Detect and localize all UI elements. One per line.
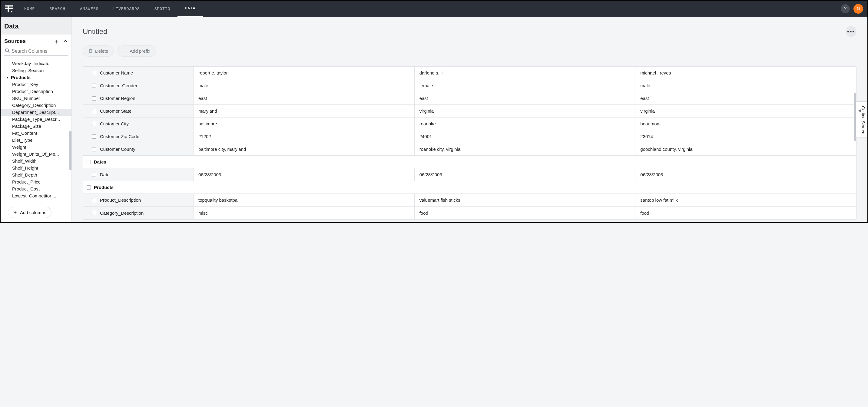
column-tree: Weekday_IndicatorSelling_Season▾Products…	[1, 58, 71, 204]
row-label: Date	[100, 172, 110, 177]
table-label-cell: Customer Zip Code	[83, 130, 193, 143]
nav-item-search[interactable]: SEARCH	[42, 1, 73, 17]
table-data-cell: male	[193, 79, 414, 92]
main-content: Untitled ••• Delete ＋ Add prefix	[72, 17, 867, 222]
collapse-sources-icon[interactable]	[63, 38, 68, 44]
sources-label: Sources	[4, 38, 26, 44]
table-label-cell: Date	[83, 168, 193, 181]
row-checkbox[interactable]	[92, 84, 96, 88]
search-icon	[5, 48, 10, 54]
section-checkbox[interactable]	[87, 185, 91, 190]
nav-item-home[interactable]: HOME	[17, 1, 42, 17]
plus-icon: ＋	[123, 48, 127, 54]
data-table: Customer Namerobert e. taylordarlene s. …	[83, 66, 857, 220]
table-row: Category_Descriptionmiscfoodfood	[83, 207, 856, 219]
tree-group-label: Products	[11, 75, 31, 80]
tree-item[interactable]: Department_Descript...	[1, 109, 71, 116]
chevron-left-icon: ◀	[858, 108, 861, 113]
tree-item[interactable]: Weekday_Indicator	[1, 60, 71, 67]
table-data-cell: baltimore city, maryland	[193, 143, 414, 155]
tree-item[interactable]: Category_Description	[1, 102, 71, 109]
table-data-cell: male	[636, 79, 856, 92]
row-checkbox[interactable]	[92, 134, 96, 139]
row-checkbox[interactable]	[92, 122, 96, 126]
tree-item[interactable]: Package_Size	[1, 123, 71, 130]
tree-item[interactable]: Shelf_Depth	[1, 171, 71, 178]
table-section-row: Products	[83, 181, 856, 194]
table-data-cell: michael . reyes	[636, 67, 856, 79]
table-scrollbar[interactable]	[854, 67, 856, 219]
nav-item-answers[interactable]: ANSWERS	[73, 1, 106, 17]
tree-item[interactable]: Weight	[1, 144, 71, 151]
row-checkbox[interactable]	[92, 71, 96, 75]
table-data-cell: darlene s. li	[414, 67, 636, 79]
table-data-cell: roanoke	[414, 118, 636, 130]
nav-item-data[interactable]: DATA	[178, 1, 203, 17]
tree-scrollbar[interactable]	[69, 58, 71, 204]
tree-item[interactable]: Shelf_Width	[1, 157, 71, 164]
add-columns-label: Add columns	[20, 210, 46, 215]
tree-item[interactable]: Product_Price	[1, 178, 71, 185]
nav-item-spotiq[interactable]: SPOTIQ	[147, 1, 178, 17]
column-search-input[interactable]	[11, 49, 72, 54]
row-checkbox[interactable]	[92, 109, 96, 113]
caret-down-icon: ▾	[7, 76, 10, 79]
row-label: Category_Description	[100, 211, 144, 216]
table-data-cell: east	[414, 92, 636, 104]
tree-item[interactable]: Weight_Units_Of_Me...	[1, 151, 71, 157]
avatar[interactable]: N	[854, 4, 863, 13]
section-checkbox[interactable]	[87, 160, 91, 164]
add-source-icon[interactable]: ＋	[53, 38, 59, 44]
row-checkbox[interactable]	[92, 173, 96, 177]
tree-item[interactable]: Lowest_Competitor_...	[1, 192, 71, 199]
table-row: Customer Countybaltimore city, marylandr…	[83, 143, 856, 156]
table-data-cell: 24001	[414, 130, 636, 143]
more-menu-button[interactable]: •••	[845, 26, 857, 37]
row-label: Customer State	[100, 108, 131, 114]
svg-rect-6	[89, 50, 92, 52]
tree-item[interactable]: Product_Key	[1, 81, 71, 88]
sidebar: Data Sources ＋ Weekday_IndicatorS	[1, 17, 72, 222]
plus-icon: ＋	[13, 210, 18, 215]
row-checkbox[interactable]	[92, 198, 96, 202]
tree-item[interactable]: SKU_Number	[1, 95, 71, 102]
tree-scrollbar-thumb[interactable]	[69, 131, 71, 170]
nav-item-liveboards[interactable]: LIVEBOARDS	[106, 1, 147, 17]
row-checkbox[interactable]	[92, 211, 96, 215]
row-checkbox[interactable]	[92, 96, 96, 100]
table-data-cell: virginia	[414, 105, 636, 117]
app-logo[interactable]	[1, 1, 17, 17]
table-data-cell: goochland county, virginia	[636, 143, 856, 155]
add-prefix-button[interactable]: ＋ Add prefix	[117, 45, 156, 57]
tree-item[interactable]: Package_Type_Descr...	[1, 116, 71, 123]
table-label-cell: Customer_Gender	[83, 79, 193, 92]
row-label: Customer City	[100, 121, 129, 126]
table-data-cell: virginia	[636, 105, 856, 117]
table-data-cell: east	[636, 92, 856, 104]
table-data-cell: 06/28/2003	[193, 168, 414, 181]
delete-button[interactable]: Delete	[83, 45, 114, 57]
table-row: Customer Citybaltimoreroanokebeaumont	[83, 118, 856, 130]
tree-item[interactable]: Selling_Season	[1, 67, 71, 74]
tree-item[interactable]: Shelf_Height	[1, 164, 71, 171]
row-checkbox[interactable]	[92, 147, 96, 151]
help-button[interactable]: ?	[841, 4, 850, 13]
table-label-cell: Customer Name	[83, 67, 193, 79]
add-columns-button[interactable]: ＋ Add columns	[8, 207, 52, 218]
row-label: Product_Description	[100, 197, 141, 202]
page-title[interactable]: Untitled	[83, 27, 107, 36]
tree-item[interactable]: Fat_Content	[1, 130, 71, 136]
table-data-cell: roanoke city, virginia	[414, 143, 636, 155]
table-data-cell: valuemart fish sticks	[414, 194, 636, 206]
tree-group[interactable]: ▾Products	[1, 74, 71, 81]
svg-point-3	[11, 11, 12, 12]
getting-started-tab[interactable]: Getting Started ◀	[856, 101, 867, 138]
tree-item[interactable]: Product_Description	[1, 88, 71, 95]
row-label: Customer Name	[100, 70, 133, 75]
table-label-cell: Customer State	[83, 105, 193, 117]
tree-item[interactable]: Diet_Type	[1, 136, 71, 144]
row-label: Customer County	[100, 147, 135, 152]
top-nav: HOMESEARCHANSWERSLIVEBOARDSSPOTIQDATA ? …	[1, 1, 867, 17]
column-search[interactable]	[4, 47, 68, 56]
tree-item[interactable]: Product_Cost	[1, 185, 71, 192]
